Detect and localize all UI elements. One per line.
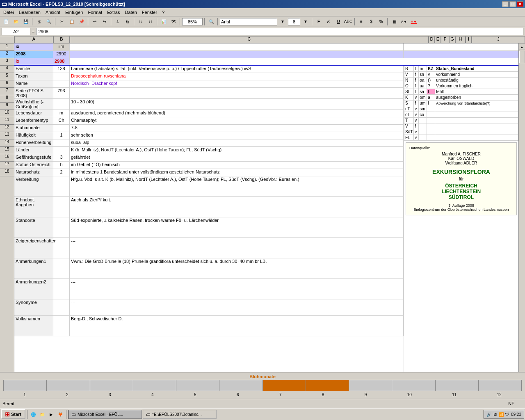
month-4: 4 xyxy=(151,393,154,397)
menu-einfuegen[interactable]: Einfügen xyxy=(63,9,85,16)
val-wuchs[interactable]: 10 - 30 (40) xyxy=(70,99,404,110)
val-naturschutz[interactable]: in mindestens 1 Bundesland unter vollstä… xyxy=(70,169,404,176)
cell-a2[interactable]: 2908 xyxy=(14,51,53,58)
borders-btn[interactable]: ▦ xyxy=(390,17,399,26)
redo-btn[interactable]: ↪ xyxy=(100,17,109,26)
val-volksnamen[interactable]: Berg-D., Schwedischer D. xyxy=(70,316,404,336)
month-5: 5 xyxy=(194,393,196,397)
cell-empty-ix[interactable] xyxy=(70,58,404,65)
col-h-header[interactable]: H xyxy=(455,36,466,43)
val-status-osterreich[interactable]: im Gebiet (=Ö) heimisch xyxy=(70,162,404,169)
col-d-header[interactable]: D xyxy=(429,36,435,43)
val-standorte[interactable]: Süd-exponierte, ± kalkreiche Rasen, troc… xyxy=(70,217,404,237)
val-lander[interactable]: K (b. Mallnitz), NordT (Lechtaler A.), O… xyxy=(70,147,404,154)
quicklaunch-explorer[interactable]: 📁 xyxy=(38,410,46,418)
font-color-btn[interactable]: A▼ xyxy=(409,17,418,26)
col-j-header[interactable]: J xyxy=(472,36,525,43)
val-taxon[interactable]: Dracocephalum ruyschiana xyxy=(70,73,404,80)
italic-btn[interactable]: K xyxy=(324,17,333,26)
quicklaunch-media[interactable]: ▶ xyxy=(47,410,55,418)
col-b-header[interactable]: B xyxy=(53,36,70,43)
col-c-header[interactable]: C xyxy=(70,36,429,43)
cell-ix[interactable]: ix xyxy=(14,58,53,65)
merge-btn[interactable]: ≡ xyxy=(357,17,366,26)
menu-datei[interactable]: Datei xyxy=(1,9,16,16)
menu-fenster[interactable]: Fenster xyxy=(139,9,160,16)
bold-btn[interactable]: F xyxy=(314,17,323,26)
maximize-btn[interactable]: □ xyxy=(509,1,516,7)
quicklaunch-ie[interactable]: 🌐 xyxy=(29,410,37,418)
vertical-scrollbar[interactable]: ▲ ▼ xyxy=(518,43,525,399)
menu-daten[interactable]: Daten xyxy=(122,9,139,16)
val-anmerkungen2[interactable]: --- xyxy=(70,279,404,299)
col-f-header[interactable]: F xyxy=(441,36,449,43)
minimize-btn[interactable]: _ xyxy=(502,1,509,7)
sort-asc-btn[interactable]: ↑↓ xyxy=(136,17,145,26)
new-btn[interactable]: 📄 xyxy=(2,17,11,26)
fill-color-btn[interactable]: A▼ xyxy=(399,17,409,26)
val-familie[interactable]: Lamiaceae (Labiatae) s. lat. (inkl. Verb… xyxy=(70,66,404,73)
size-dropdown[interactable]: ▼ xyxy=(301,17,310,26)
paste-btn[interactable]: 📌 xyxy=(77,17,86,26)
search-btn[interactable]: 🔍 xyxy=(207,17,216,26)
col-e-header[interactable]: E xyxy=(435,36,441,43)
col-a-header[interactable]: A xyxy=(14,36,53,43)
cell-c2[interactable] xyxy=(70,51,404,58)
currency-btn[interactable]: $ xyxy=(367,17,376,26)
open-btn[interactable]: 📂 xyxy=(11,17,21,26)
chart-btn[interactable]: 📊 xyxy=(159,17,168,26)
zoom-input[interactable]: 85% xyxy=(182,18,203,25)
fx-btn[interactable]: fx xyxy=(123,17,132,26)
cell-a1[interactable]: ix xyxy=(14,43,53,50)
cut-btn[interactable]: ✂ xyxy=(57,17,66,26)
cell-2908[interactable]: 2908 xyxy=(53,58,70,65)
val-lebensdauer[interactable]: ausdauernd, perennierend (mehrmals blühe… xyxy=(70,110,404,117)
undo-btn[interactable]: ↩ xyxy=(90,17,99,26)
underline-btn[interactable]: U xyxy=(334,17,343,26)
menu-bearbeiten[interactable]: Bearbeiten xyxy=(16,9,43,16)
menu-format[interactable]: Format xyxy=(85,9,105,16)
val-haufigkeit[interactable]: sehr selten xyxy=(70,132,404,139)
cell-b2[interactable]: 2990 xyxy=(53,51,70,58)
percent-btn[interactable]: % xyxy=(377,17,386,26)
sum-btn[interactable]: Σ xyxy=(113,17,122,26)
menu-help[interactable]: ? xyxy=(160,9,167,16)
val-ethnobot[interactable]: Auch als ZierPf kult. xyxy=(70,197,404,217)
val-zeiger[interactable]: --- xyxy=(70,238,404,258)
map-btn[interactable]: 🗺 xyxy=(169,17,178,26)
print-btn[interactable]: 🔍 xyxy=(44,17,53,26)
val-verbreitung[interactable]: Hfg.u. Vbd: s slt. K (b. Mallnitz), Nord… xyxy=(70,176,404,196)
sort-desc-btn[interactable]: ↓↑ xyxy=(146,17,155,26)
start-button[interactable]: ⊞ Start xyxy=(1,409,25,419)
font-dropdown[interactable]: ▼ xyxy=(278,17,287,26)
print-preview-btn[interactable]: 🖨 xyxy=(34,17,43,26)
fontsize-input[interactable]: 8 xyxy=(288,18,300,25)
taskbar-botanik[interactable]: 🗃 *E:\EFÖLS2007\Botanisc... xyxy=(143,410,217,419)
cell-b1[interactable]: iim xyxy=(53,43,70,50)
val-seite[interactable] xyxy=(70,88,404,98)
menu-ansicht[interactable]: Ansicht xyxy=(43,9,63,16)
val-hohenverbreitung[interactable]: suba–alp xyxy=(70,139,404,146)
val-synonyme[interactable]: --- xyxy=(70,299,404,315)
strikethrough-btn[interactable]: ABC xyxy=(344,17,353,26)
col-g-header[interactable]: G xyxy=(449,36,455,43)
quicklaunch-firefox[interactable]: 🦊 xyxy=(56,410,64,418)
menu-extras[interactable]: Extras xyxy=(105,9,122,16)
copy-btn[interactable]: 📋 xyxy=(67,17,76,26)
val-gefahrdung[interactable]: gefährdet xyxy=(70,154,404,161)
taskbar-excel[interactable]: 🗃 Microsoft Excel - EFÖL... xyxy=(68,410,142,419)
save-btn[interactable]: 💾 xyxy=(21,17,30,26)
val-anmerkungen1[interactable]: Vwm.: Die Groß-Brunelle (18) Prunella gr… xyxy=(70,258,404,278)
val-lebensform[interactable]: Chamaephyt xyxy=(70,117,404,124)
formula-input[interactable]: 2908 xyxy=(36,28,523,35)
val-bluhmonate[interactable]: 7-8 xyxy=(70,125,404,132)
scroll-track[interactable] xyxy=(519,50,525,392)
font-input[interactable]: Arial xyxy=(220,18,277,25)
cell-c1[interactable] xyxy=(70,43,404,50)
close-btn[interactable]: ✕ xyxy=(517,1,523,7)
cell-reference[interactable]: A2 xyxy=(2,28,30,35)
val-name[interactable]: Nordisch- Drachenkopf xyxy=(70,80,404,87)
scroll-thumb[interactable] xyxy=(519,51,525,63)
scroll-up-btn[interactable]: ▲ xyxy=(519,43,525,50)
col-i-header[interactable]: I xyxy=(466,36,472,43)
